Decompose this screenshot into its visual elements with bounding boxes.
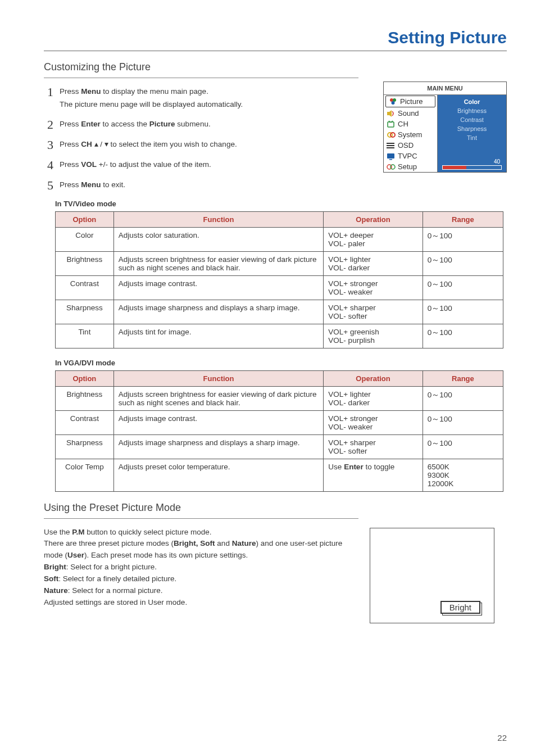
- step-row: 1Press Menu to display the menu main pag…: [47, 86, 351, 111]
- table-cell: Color: [56, 227, 114, 251]
- step-number: 3: [47, 139, 60, 151]
- osd-option: Sharpness: [438, 124, 506, 133]
- table-cell: VOL+ greenishVOL- purplish: [324, 324, 423, 348]
- osd-value-number: 40: [494, 159, 500, 165]
- osd-left-column: PictureSoundCHSystemOSDTVPCSetup: [384, 95, 438, 172]
- table-row: ContrastAdjusts image contrast.VOL+ stro…: [56, 410, 503, 434]
- osd-menu-item: OSD: [384, 140, 437, 151]
- osd-title: MAIN MENU: [384, 82, 506, 95]
- step-row: 2Press Enter to access the Picture subme…: [47, 119, 351, 131]
- table-header: Function: [113, 211, 324, 227]
- osd-option: Color: [438, 97, 506, 106]
- osd-menu-item: System: [384, 129, 437, 140]
- osd-menu-item: TVPC: [384, 151, 437, 161]
- table-cell: Adjusts image contrast.: [113, 275, 324, 300]
- table-cell: 0～100: [423, 227, 503, 251]
- table-cell: 0～100: [423, 410, 503, 434]
- table-header: Operation: [324, 211, 423, 227]
- table-tv-video: OptionFunctionOperationRangeColorAdjusts…: [55, 211, 503, 348]
- step-text: Press Menu to display the menu main page…: [60, 86, 243, 111]
- mode-label-vga: In VGA/DVI mode: [55, 359, 507, 367]
- svg-rect-16: [387, 153, 394, 159]
- osd-menu-label: Setup: [398, 162, 417, 171]
- osd-menu-label: Picture: [400, 97, 423, 106]
- svg-marker-4: [389, 110, 392, 117]
- table-cell: Contrast: [56, 275, 114, 300]
- section-title-customizing: Customizing the Picture: [44, 61, 507, 73]
- table-vga-dvi: OptionFunctionOperationRangeBrightnessAd…: [55, 370, 503, 492]
- table-cell: 6500K9300K12000K: [423, 459, 503, 491]
- table-header: Range: [423, 370, 503, 386]
- osd-value-fill: [443, 166, 466, 169]
- table-cell: Adjusts tint for image.: [113, 324, 324, 348]
- table-cell: Adjusts image sharpness and displays a s…: [113, 434, 324, 459]
- preset-mode-badge: Bright: [440, 601, 480, 614]
- osd-menu-label: CH: [398, 120, 408, 128]
- page-number: 22: [497, 733, 507, 743]
- osd-menu-graphic: MAIN MENU PictureSoundCHSystemOSDTVPCSet…: [383, 82, 507, 173]
- osd-option: Tint: [438, 133, 506, 142]
- table-cell: VOL+ deeperVOL- paler: [324, 227, 423, 251]
- table-row: ColorAdjusts color saturation.VOL+ deepe…: [56, 227, 503, 251]
- table-header: Function: [113, 370, 324, 386]
- section-rule-1: [44, 78, 358, 78]
- step-text: Press Enter to access the Picture submen…: [60, 119, 211, 130]
- step-row: 3Press CH ▴ / ▾ to select the item you w…: [47, 139, 351, 151]
- step-number: 1: [47, 86, 60, 98]
- table-cell: VOL+ strongerVOL- weaker: [324, 275, 423, 300]
- svg-rect-17: [389, 159, 392, 160]
- osd-menu-label: System: [398, 130, 422, 139]
- table-cell: Adjusts preset color temperature.: [113, 459, 324, 491]
- step-number: 2: [47, 119, 60, 131]
- title-rule: [44, 51, 507, 51]
- table-cell: Brightness: [56, 386, 114, 410]
- step-number: 5: [47, 179, 60, 192]
- table-row: TintAdjusts tint for image.VOL+ greenish…: [56, 324, 503, 348]
- osd-icon: [387, 142, 396, 150]
- svg-rect-15: [387, 147, 388, 148]
- table-cell: 0～100: [423, 386, 503, 410]
- table-cell: 0～100: [423, 275, 503, 300]
- table-cell: Adjusts color saturation.: [113, 227, 324, 251]
- table-cell: 0～100: [423, 300, 503, 324]
- step-row: 5Press Menu to exit.: [47, 179, 351, 192]
- osd-menu-item: CH: [384, 119, 437, 129]
- osd-menu-label: Sound: [398, 109, 419, 117]
- osd-menu-item: Picture: [385, 96, 435, 107]
- table-header: Operation: [324, 370, 423, 386]
- step-text: Press VOL +/- to adjust the value of the…: [60, 159, 211, 170]
- table-cell: Use Enter to toggle: [324, 459, 423, 491]
- table-row: Color TempAdjusts preset color temperatu…: [56, 459, 503, 491]
- svg-point-2: [392, 101, 395, 105]
- svg-rect-13: [387, 143, 388, 144]
- table-cell: VOL+ sharperVOL- softer: [324, 300, 423, 324]
- table-cell: Sharpness: [56, 300, 114, 324]
- preset-preview-box: Bright: [370, 528, 494, 623]
- osd-option: Brightness: [438, 106, 506, 115]
- table-row: BrightnessAdjusts screen brightness for …: [56, 251, 503, 275]
- osd-option: Contrast: [438, 115, 506, 124]
- osd-menu-label: OSD: [398, 141, 414, 150]
- svg-rect-5: [388, 122, 394, 127]
- step-text: Press Menu to exit.: [60, 179, 125, 191]
- table-cell: Adjusts image sharpness and displays a s…: [113, 300, 324, 324]
- table-cell: VOL+ lighterVOL- darker: [324, 386, 423, 410]
- table-cell: Sharpness: [56, 434, 114, 459]
- preset-text-block: Use the P.M button to quickly select pic…: [44, 527, 358, 609]
- table-row: SharpnessAdjusts image sharpness and dis…: [56, 300, 503, 324]
- preset-line: Adjusted settings are stored in User mod…: [44, 597, 358, 609]
- table-cell: VOL+ strongerVOL- weaker: [324, 410, 423, 434]
- table-header: Range: [423, 211, 503, 227]
- steps-list: 1Press Menu to display the menu main pag…: [47, 86, 351, 192]
- table-cell: Brightness: [56, 251, 114, 275]
- table-cell: VOL+ sharperVOL- softer: [324, 434, 423, 459]
- step-row: 4Press VOL +/- to adjust the value of th…: [47, 159, 351, 171]
- table-row: BrightnessAdjusts screen brightness for …: [56, 386, 503, 410]
- preset-line: There are three preset picture modes (Br…: [44, 538, 358, 562]
- step-number: 4: [47, 159, 60, 171]
- table-cell: VOL+ lighterVOL- darker: [324, 251, 423, 275]
- sound-icon: [387, 110, 396, 117]
- table-row: SharpnessAdjusts image sharpness and dis…: [56, 434, 503, 459]
- svg-point-19: [390, 165, 395, 169]
- table-cell: Adjusts image contrast.: [113, 410, 324, 434]
